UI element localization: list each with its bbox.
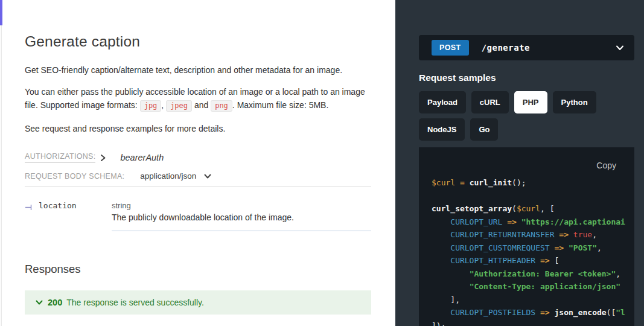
code-token: ( [512,204,517,213]
chevron-down-icon[interactable] [35,298,43,307]
description-text: . Maximum file size: 5MB. [232,100,328,110]
php-code-sample: $curl = curl_init(); curl_setopt_array($… [432,176,634,326]
code-token: "https://api.captionai [521,217,625,226]
code-token [564,243,569,252]
code-sample-block: Copy $curl = curl_init(); curl_setopt_ar… [419,147,634,326]
separator-text: and [192,100,211,110]
response-200-row[interactable]: 200 The response is served successfully. [25,290,371,315]
http-method-badge: POST [432,40,469,56]
code-token [432,243,450,252]
chevron-right-icon[interactable] [99,154,107,162]
code-token [432,282,470,291]
tab-go[interactable]: Go [470,118,498,141]
code-token: ], [432,295,460,304]
code-token: json_encode [555,308,607,317]
code-token: CURLOPT_RETURNTRANSFER [450,230,554,239]
code-token [569,230,573,239]
copy-button[interactable]: Copy [596,161,616,170]
responses-heading: Responses [25,263,371,276]
code-token: => [555,243,564,252]
code-token [465,178,470,187]
code-token: true [573,230,592,239]
request-samples-heading: Request samples [419,72,634,83]
format-chip-jpeg: jpeg [166,100,192,112]
code-token: $curl [432,178,455,187]
auth-scheme-value: bearerAuth [120,153,164,162]
format-chip-jpg: jpg [140,100,162,112]
tab-payload[interactable]: Payload [419,91,466,113]
field-name: location [39,201,77,210]
code-token: "Content-Type: application/json" [470,282,620,291]
code-token: $curl [517,204,540,213]
response-status-text: The response is served successfully. [66,298,204,307]
code-token: "Authorization: Bearer <token>" [470,269,616,278]
api-docs-page: Generate caption Get SEO-friendly captio… [0,0,644,326]
tab-python[interactable]: Python [553,91,596,113]
code-token [517,217,521,226]
tab-nodejs[interactable]: NodeJS [419,118,465,141]
doc-pane: Generate caption Get SEO-friendly captio… [0,0,395,326]
format-chip-png: png [211,100,232,112]
language-tabs: PayloadcURLPHPPythonNodeJSGo [419,91,634,145]
field-detail-cell: string The publicly downloadable locatio… [112,201,371,231]
code-token [432,230,450,239]
tab-curl[interactable]: cURL [471,91,509,113]
code-token: => [540,256,550,265]
doc-content: Generate caption Get SEO-friendly captio… [25,0,371,315]
code-token: ]); [432,321,445,326]
code-token: (); [512,178,526,187]
code-token [432,308,450,317]
description-line-1: Get SEO-friendly caption/alternate text,… [25,63,371,77]
content-type-value: application/json [140,171,196,181]
code-token: "l [616,308,625,317]
response-status-code: 200 [48,298,62,307]
separator-text: , [161,100,166,110]
description-line-2: You can either pass the publicly accessi… [25,85,371,112]
authorizations-label: AUTHORIZATIONS: [25,152,95,163]
code-token [455,178,460,187]
tab-php[interactable]: PHP [514,91,547,113]
description-line-3: See request and response examples for mo… [25,122,371,135]
code-token [432,256,450,265]
code-token: , [ [540,204,554,213]
code-token: = [460,178,465,187]
samples-pane: POST /generate Request samples PayloadcU… [395,0,644,326]
request-body-schema-row: REQUEST BODY SCHEMA: application/json [25,171,371,187]
request-body-schema-label: REQUEST BODY SCHEMA: [25,172,124,181]
code-token [550,308,555,317]
field-name-cell: location [25,201,112,231]
code-token: CURLOPT_HTTPHEADER [450,256,535,265]
field-type: string [112,201,371,210]
code-token: CURLOPT_CUSTOMREQUEST [450,243,549,252]
page-title: Generate caption [25,33,371,50]
code-token [432,269,470,278]
endpoint-path: /generate [482,43,530,53]
code-token: [ [550,256,560,265]
sidebar-edge-divider [0,0,2,326]
code-token: => [507,217,517,226]
chevron-down-icon[interactable] [203,172,212,181]
code-token: "POST" [569,243,597,252]
authorizations-row[interactable]: AUTHORIZATIONS: bearerAuth [25,152,371,163]
sidebar-scrollbar-thumb[interactable] [0,0,2,25]
code-token: => [540,308,550,317]
code-token: curl_setopt_array [432,204,512,213]
code-token: CURLOPT_POSTFIELDS [450,308,535,317]
code-token: ([ [607,308,616,317]
code-token [535,308,540,317]
code-token [432,217,450,226]
code-token: => [559,230,569,239]
code-token [535,256,540,265]
code-token: curl_init [470,178,512,187]
schema-field-row: location string The publicly downloadabl… [25,201,371,231]
field-description: The publicly downloadable location of th… [112,213,371,222]
code-token: , [616,269,620,278]
endpoint-bar[interactable]: POST /generate [419,35,634,60]
field-tree-icon [25,203,34,212]
code-token [550,243,555,252]
code-token: CURLOPT_URL [450,217,502,226]
code-token: , [597,243,602,252]
code-token: , [592,230,597,239]
chevron-down-icon[interactable] [615,43,625,53]
